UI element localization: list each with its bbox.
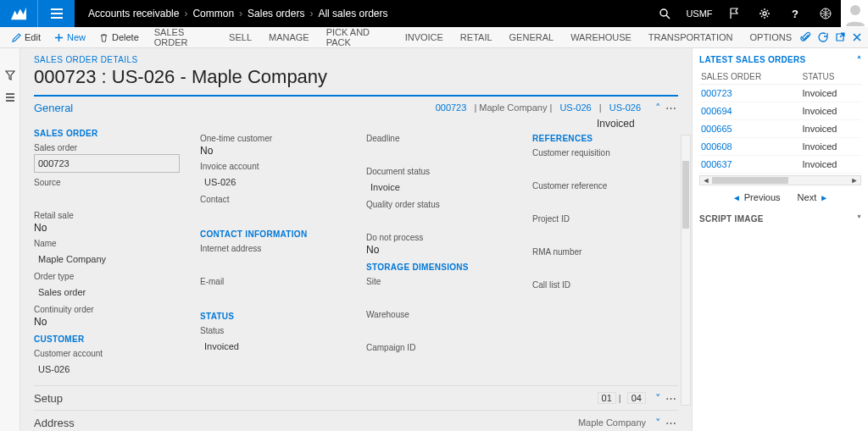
table-header[interactable]: STATUS xyxy=(800,69,861,85)
previous-button[interactable]: ◄Previous xyxy=(732,192,781,202)
breadcrumb-item[interactable]: Accounts receivable xyxy=(88,8,179,19)
summary-link[interactable]: US-026 xyxy=(554,102,596,113)
globe-icon[interactable] xyxy=(810,0,841,27)
contact-field[interactable] xyxy=(200,206,346,223)
action-pane: Edit New Delete SALES ORDER SELL MANAGE … xyxy=(0,27,868,48)
flag-icon[interactable] xyxy=(719,0,749,27)
campaign-id-field[interactable] xyxy=(366,354,512,371)
site-field[interactable] xyxy=(366,288,512,305)
edit-label: Edit xyxy=(25,32,41,42)
factbox-pager: ◄Previous Next► xyxy=(699,192,861,202)
factbox-pane: LATEST SALES ORDERS ˄ SALES ORDER STATUS… xyxy=(692,48,868,431)
user-avatar[interactable] xyxy=(841,0,868,27)
fasttab-title: General xyxy=(34,102,73,114)
project-id-field[interactable] xyxy=(532,225,678,242)
new-label: New xyxy=(67,32,86,42)
breadcrumb: Accounts receivable› Common› Sales order… xyxy=(75,8,401,19)
quality-order-status-field[interactable] xyxy=(366,211,512,228)
close-icon[interactable] xyxy=(851,31,863,43)
filter-icon[interactable] xyxy=(5,70,15,80)
svg-point-0 xyxy=(660,9,667,16)
customer-account-field[interactable]: US-026 xyxy=(34,360,180,377)
status-field[interactable]: Invoiced xyxy=(200,337,346,354)
call-list-id-field[interactable] xyxy=(532,291,678,308)
gear-icon[interactable] xyxy=(749,0,780,27)
svg-line-1 xyxy=(666,15,670,19)
tab-transportation[interactable]: TRANSPORTATION xyxy=(640,32,742,42)
horizontal-scrollbar[interactable]: ◄ ► xyxy=(699,175,861,185)
company-picker[interactable]: USMF xyxy=(680,0,719,27)
list-icon[interactable] xyxy=(5,92,15,102)
fasttab-general-header[interactable]: General 000723 | Maple Company | US-026 … xyxy=(34,95,678,119)
more-icon[interactable]: ⋯ xyxy=(663,417,678,429)
tab-general[interactable]: GENERAL xyxy=(501,32,563,42)
table-header[interactable]: SALES ORDER xyxy=(699,69,800,85)
titlebar: Accounts receivable› Common› Sales order… xyxy=(0,0,868,27)
page-title: 000723 : US-026 - Maple Company xyxy=(34,66,678,88)
scroll-left-icon[interactable]: ◄ xyxy=(700,176,712,185)
chevron-up-icon: ˄ xyxy=(653,102,663,114)
page-caption: SALES ORDER DETAILS xyxy=(20,48,692,64)
name-field[interactable]: Maple Company xyxy=(34,250,180,267)
tab-retail[interactable]: RETAIL xyxy=(452,32,501,42)
source-field[interactable] xyxy=(34,189,180,206)
tab-sales-order[interactable]: SALES ORDER xyxy=(146,27,220,47)
breadcrumb-item[interactable]: All sales orders xyxy=(318,8,387,19)
summary-link[interactable]: 000723 xyxy=(431,102,472,113)
customer-requisition-field[interactable] xyxy=(532,159,678,176)
retail-sale-value: No xyxy=(34,222,180,234)
breadcrumb-item[interactable]: Sales orders xyxy=(248,8,304,19)
new-button[interactable]: New xyxy=(47,27,92,47)
invoice-account-field[interactable]: US-026 xyxy=(200,173,346,190)
rma-number-field[interactable] xyxy=(532,258,678,275)
continuity-value: No xyxy=(34,316,180,328)
svg-point-4 xyxy=(850,5,860,15)
factbox-latest-sales-orders-header[interactable]: LATEST SALES ORDERS ˄ xyxy=(699,55,861,64)
document-status-field[interactable]: Invoice xyxy=(366,178,512,195)
tab-warehouse[interactable]: WAREHOUSE xyxy=(562,32,640,42)
next-button[interactable]: Next► xyxy=(798,192,829,202)
tab-pick-and-pack[interactable]: PICK AND PACK xyxy=(318,27,397,47)
tab-sell[interactable]: SELL xyxy=(220,32,260,42)
help-icon[interactable]: ? xyxy=(780,0,810,27)
sales-order-field[interactable]: 000723 xyxy=(34,154,180,173)
table-row[interactable]: 000723Invoiced xyxy=(699,85,861,102)
table-row[interactable]: 000637Invoiced xyxy=(699,156,861,174)
email-field[interactable] xyxy=(200,288,346,305)
section-customer: CUSTOMER xyxy=(34,334,180,344)
chevron-down-icon: ˅ xyxy=(857,214,861,224)
chevron-down-icon: ˅ xyxy=(653,392,663,405)
order-type-field[interactable]: Sales order xyxy=(34,283,180,300)
more-icon[interactable]: ⋯ xyxy=(663,392,678,405)
svg-point-2 xyxy=(763,12,766,15)
refresh-icon[interactable] xyxy=(817,31,829,43)
internet-address-field[interactable] xyxy=(200,255,346,272)
attach-icon[interactable] xyxy=(800,31,812,43)
popout-icon[interactable] xyxy=(834,31,846,43)
summary-link[interactable]: US-026 xyxy=(604,102,646,113)
tab-options[interactable]: OPTIONS xyxy=(741,32,800,42)
table-row[interactable]: 000665Invoiced xyxy=(699,120,861,138)
customer-reference-field[interactable] xyxy=(532,192,678,209)
deadline-field[interactable] xyxy=(366,145,512,162)
nav-menu-button[interactable] xyxy=(37,0,75,27)
search-icon[interactable] xyxy=(649,0,680,27)
more-icon[interactable]: ⋯ xyxy=(663,102,678,114)
fasttab-summary: 000723 | Maple Company | US-026 | US-026 xyxy=(431,102,653,113)
warehouse-field[interactable] xyxy=(366,321,512,338)
delete-button[interactable]: Delete xyxy=(92,27,146,47)
vertical-scrollbar[interactable] xyxy=(681,135,691,406)
table-row[interactable]: 000608Invoiced xyxy=(699,138,861,156)
factbox-script-image-header[interactable]: SCRIPT IMAGE ˅ xyxy=(699,214,861,224)
fasttab-address-header[interactable]: Address Maple Company ˅⋯ xyxy=(34,411,678,431)
breadcrumb-item[interactable]: Common xyxy=(192,8,234,19)
edit-button[interactable]: Edit xyxy=(5,27,47,47)
table-row[interactable]: 000694Invoiced xyxy=(699,102,861,120)
app-logo[interactable] xyxy=(0,0,37,27)
scroll-right-icon[interactable]: ► xyxy=(849,176,860,185)
tab-manage[interactable]: MANAGE xyxy=(260,32,318,42)
tab-invoice[interactable]: INVOICE xyxy=(397,32,452,42)
fasttab-setup-header[interactable]: Setup 01 | 04 ˅⋯ xyxy=(34,386,678,410)
section-storage: STORAGE DIMENSIONS xyxy=(366,262,512,272)
delete-label: Delete xyxy=(112,32,139,42)
